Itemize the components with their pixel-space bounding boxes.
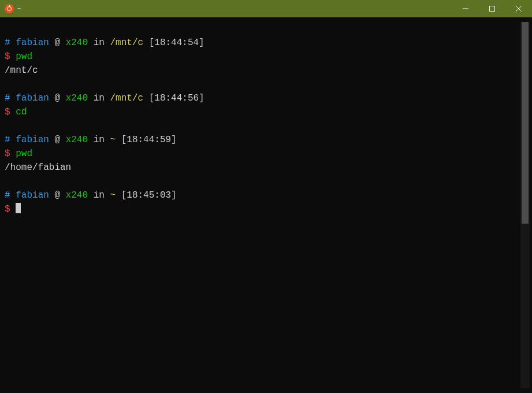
scrollbar-thumb[interactable] xyxy=(522,22,529,224)
prompt-hash: # xyxy=(5,135,10,145)
command-text: pwd xyxy=(16,51,32,62)
command-text: pwd xyxy=(16,149,32,159)
prompt-user: fabian xyxy=(16,135,49,145)
prompt-in: in xyxy=(94,38,105,48)
prompt-dollar: $ xyxy=(5,107,10,117)
prompt-at: @ xyxy=(54,135,60,145)
command-text: cd xyxy=(16,107,27,117)
prompt-host: x240 xyxy=(66,190,88,201)
prompt-dollar: $ xyxy=(5,149,10,159)
prompt-user: fabian xyxy=(16,93,49,103)
prompt-at: @ xyxy=(54,190,60,201)
command-output: /mnt/c xyxy=(5,65,38,76)
prompt-cwd: /mnt/c xyxy=(110,93,143,103)
terminal-window: ~ # fabian @ x240 in /mnt/c [18:44:54] $… xyxy=(0,0,532,393)
prompt-time: [18:45:03] xyxy=(121,190,177,201)
prompt-host: x240 xyxy=(66,93,88,103)
prompt-time: [18:44:56] xyxy=(149,93,204,103)
titlebar-left: ~ xyxy=(5,4,21,13)
close-icon xyxy=(516,6,522,12)
window-controls xyxy=(452,0,532,17)
prompt-in: in xyxy=(94,135,105,145)
ubuntu-icon xyxy=(5,4,14,13)
prompt-user: fabian xyxy=(16,38,49,48)
terminal-content[interactable]: # fabian @ x240 in /mnt/c [18:44:54] $ p… xyxy=(5,22,520,388)
cursor xyxy=(16,203,21,213)
prompt-time: [18:44:54] xyxy=(149,38,204,48)
prompt-at: @ xyxy=(54,38,60,48)
maximize-button[interactable] xyxy=(479,0,505,17)
prompt-dollar: $ xyxy=(5,51,10,62)
scrollbar[interactable] xyxy=(520,22,530,388)
prompt-cwd: ~ xyxy=(110,190,116,201)
svg-rect-0 xyxy=(490,6,495,12)
prompt-hash: # xyxy=(5,190,10,201)
close-button[interactable] xyxy=(505,0,532,17)
prompt-in: in xyxy=(94,190,105,201)
prompt-at: @ xyxy=(54,93,60,103)
window-title: ~ xyxy=(17,5,21,13)
prompt-cwd: /mnt/c xyxy=(110,38,143,48)
prompt-block: # fabian @ x240 in /mnt/c [18:44:54] $ p… xyxy=(5,36,520,216)
prompt-host: x240 xyxy=(66,135,88,145)
minimize-button[interactable] xyxy=(452,0,479,17)
titlebar[interactable]: ~ xyxy=(0,0,532,17)
prompt-user: fabian xyxy=(16,190,49,201)
prompt-dollar: $ xyxy=(5,204,10,214)
prompt-host: x240 xyxy=(66,38,88,48)
prompt-hash: # xyxy=(5,93,10,103)
terminal-body[interactable]: # fabian @ x240 in /mnt/c [18:44:54] $ p… xyxy=(0,17,532,393)
prompt-time: [18:44:59] xyxy=(121,135,177,145)
minimize-icon xyxy=(463,6,468,12)
command-output: /home/fabian xyxy=(5,162,71,173)
maximize-icon xyxy=(489,6,495,12)
prompt-in: in xyxy=(94,93,105,103)
prompt-cwd: ~ xyxy=(110,135,116,145)
prompt-hash: # xyxy=(5,38,10,48)
